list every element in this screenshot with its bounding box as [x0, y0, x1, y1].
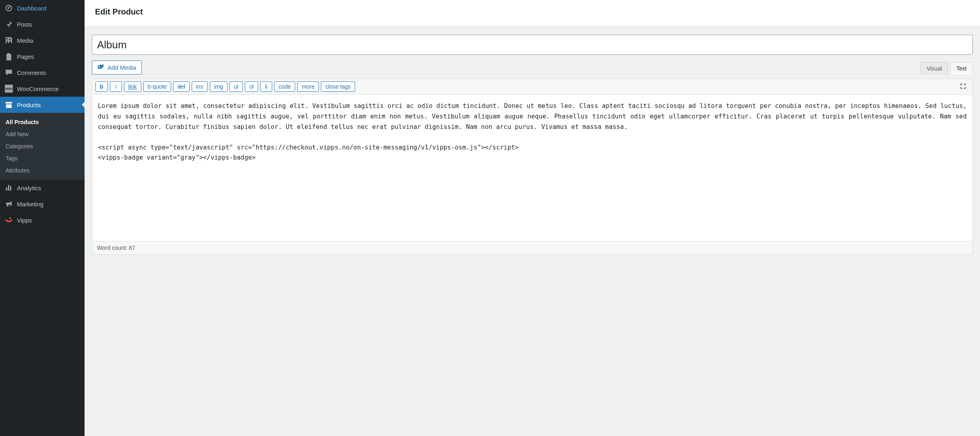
sidebar-item-media[interactable]: Media	[0, 32, 85, 48]
qt-del[interactable]: del	[173, 81, 190, 92]
vipps-icon	[5, 216, 13, 224]
editor-tabs: Visual Text	[920, 62, 973, 75]
submenu-categories[interactable]: Categories	[0, 140, 85, 152]
sidebar-item-label: Comments	[17, 69, 46, 76]
sidebar-item-label: WooCommerce	[17, 85, 59, 92]
content-textarea[interactable]	[92, 95, 972, 240]
qt-link[interactable]: link	[124, 81, 141, 92]
qt-more[interactable]: more	[297, 81, 319, 92]
quicktags-toolbar: b i link b-quote del ins img ul ol li co…	[92, 79, 972, 95]
qt-blockquote[interactable]: b-quote	[143, 81, 171, 92]
submenu-all-products[interactable]: All Products	[0, 116, 85, 128]
tab-text[interactable]: Text	[950, 62, 973, 75]
sidebar-item-label: Posts	[17, 21, 32, 28]
tab-visual[interactable]: Visual	[920, 62, 948, 75]
qt-italic[interactable]: i	[110, 81, 122, 92]
qt-li[interactable]: li	[260, 81, 272, 92]
woocommerce-icon: woo	[5, 85, 13, 93]
editor-box: b i link b-quote del ins img ul ol li co…	[92, 79, 973, 255]
comments-icon	[5, 69, 13, 77]
submenu-tags[interactable]: Tags	[0, 152, 85, 164]
sidebar-item-products[interactable]: Products	[0, 97, 85, 113]
pages-icon	[5, 52, 13, 60]
page-title: Edit Product	[95, 7, 970, 17]
qt-ol[interactable]: ol	[245, 81, 258, 92]
media-icon	[5, 36, 13, 44]
sidebar-item-label: Analytics	[17, 185, 41, 191]
dashboard-icon	[5, 4, 13, 12]
qt-img[interactable]: img	[210, 81, 228, 92]
sidebar-item-vipps[interactable]: Vipps	[0, 212, 85, 228]
fullscreen-icon[interactable]	[959, 83, 969, 91]
qt-bold[interactable]: b	[95, 81, 108, 92]
submenu-attributes[interactable]: Attributes	[0, 164, 85, 176]
sidebar-item-pages[interactable]: Pages	[0, 48, 85, 64]
submenu-add-new[interactable]: Add New	[0, 128, 85, 140]
qt-ins[interactable]: ins	[192, 81, 208, 92]
word-count: Word count: 87	[97, 245, 135, 251]
main-content: Edit Product Add Media Visual Text b	[85, 0, 980, 436]
editor-footer: Word count: 87	[92, 241, 972, 254]
sidebar-item-dashboard[interactable]: Dashboard	[0, 0, 85, 16]
pin-icon	[5, 20, 13, 28]
sidebar-item-comments[interactable]: Comments	[0, 64, 85, 81]
qt-close-tags[interactable]: close tags	[321, 81, 355, 92]
sidebar-item-posts[interactable]: Posts	[0, 16, 85, 32]
qt-ul[interactable]: ul	[229, 81, 243, 92]
analytics-icon	[5, 184, 13, 192]
svg-point-0	[9, 217, 11, 219]
sidebar-item-label: Dashboard	[17, 5, 46, 12]
sidebar-item-label: Marketing	[17, 201, 43, 208]
products-submenu: All Products Add New Categories Tags Att…	[0, 113, 85, 180]
sidebar-item-label: Media	[17, 37, 33, 44]
add-media-button[interactable]: Add Media	[92, 60, 142, 75]
qt-code[interactable]: code	[274, 81, 295, 92]
megaphone-icon	[5, 200, 13, 208]
page-header: Edit Product	[85, 0, 980, 27]
svg-point-1	[99, 66, 100, 68]
sidebar-item-analytics[interactable]: Analytics	[0, 180, 85, 196]
archive-icon	[5, 101, 13, 109]
sidebar-item-label: Vipps	[17, 217, 32, 224]
admin-sidebar: Dashboard Posts Media Pages Comments woo…	[0, 0, 85, 436]
sidebar-item-woocommerce[interactable]: woo WooCommerce	[0, 81, 85, 97]
sidebar-item-label: Pages	[17, 53, 34, 60]
sidebar-item-label: Products	[17, 102, 41, 108]
add-media-label: Add Media	[108, 64, 136, 71]
product-title-input[interactable]	[92, 35, 973, 55]
sidebar-item-marketing[interactable]: Marketing	[0, 196, 85, 212]
camera-music-icon	[97, 63, 104, 72]
